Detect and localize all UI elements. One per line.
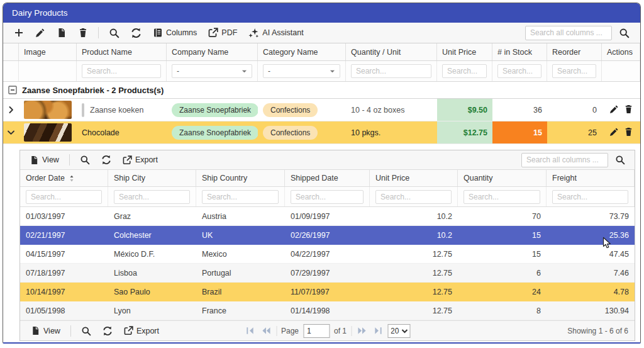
company-filter-value: - — [177, 67, 179, 76]
group-label: Zaanse Snoepfabriek - 2 Products(s) — [22, 86, 164, 95]
search-button[interactable] — [104, 26, 124, 40]
order-row[interactable]: 01/05/1998 Lyon France 01/14/1998 12.75 … — [20, 301, 635, 320]
quantity-filter-input[interactable] — [464, 190, 540, 204]
refresh-button[interactable] — [126, 26, 146, 40]
next-page-button[interactable] — [356, 326, 368, 335]
reorder-filter-input[interactable] — [552, 64, 596, 78]
collapse-row-icon[interactable] — [7, 128, 15, 137]
cell-order-date: 10/14/1997 — [20, 283, 108, 301]
row-delete-button[interactable] — [621, 103, 636, 117]
ship-city-filter-input[interactable] — [114, 190, 190, 204]
header-product-name[interactable]: Product Name — [77, 43, 167, 60]
header-quantity-unit[interactable]: Quantity / Unit — [346, 43, 437, 60]
group-row[interactable]: Zaanse Snoepfabriek - 2 Products(s) — [3, 82, 640, 99]
category-filter-select[interactable]: - — [263, 64, 340, 78]
row-delete-button[interactable] — [621, 126, 636, 140]
header-freight[interactable]: Freight — [547, 170, 635, 186]
header-category-name[interactable]: Category Name — [258, 43, 346, 60]
footer-refresh-button[interactable] — [98, 324, 117, 338]
window-titlebar: Dairy Products — [3, 3, 640, 23]
toolbar-divider — [98, 27, 99, 38]
ship-country-filter-input[interactable] — [202, 190, 279, 204]
first-page-button[interactable] — [245, 326, 255, 335]
order-date-filter-input[interactable] — [26, 190, 102, 204]
filter-stock-cell — [492, 61, 547, 81]
product-row[interactable]: Zaanse koeken Zaanse Snoepfabriek Confec… — [3, 99, 640, 121]
product-filter-input[interactable] — [82, 64, 161, 78]
page-size-select[interactable]: 20 — [387, 324, 410, 338]
category-pill: Confections — [263, 126, 318, 140]
edit-button[interactable] — [31, 26, 50, 40]
cell-order-date: 01/05/1998 — [20, 301, 108, 320]
unit-price-filter-input[interactable] — [375, 190, 452, 204]
header-shipped-date[interactable]: Shipped Date — [285, 170, 370, 186]
header-reorder[interactable]: Reorder — [547, 43, 602, 60]
cell-quantity: 70 — [458, 207, 547, 225]
search-icon — [81, 326, 91, 336]
cell-freight: 7.46 — [547, 264, 635, 282]
page-of-label: of 1 — [334, 327, 347, 335]
header-ship-city[interactable]: Ship City — [108, 170, 196, 186]
detail-search-button[interactable] — [75, 153, 94, 167]
order-row[interactable]: 04/15/1997 México D.F. Mexico 04/22/1997… — [20, 245, 635, 264]
unit-price-cell: $12.75 — [437, 121, 492, 143]
search-icon — [615, 155, 625, 165]
cell-unit-price: 12.75 — [370, 245, 458, 263]
unit-price-filter-input[interactable] — [442, 64, 487, 78]
delete-button[interactable] — [74, 26, 92, 40]
header-in-stock[interactable]: # in Stock — [492, 43, 547, 60]
expand-row-icon[interactable] — [7, 106, 15, 114]
detail-search-go-button[interactable] — [611, 153, 630, 167]
columns-button[interactable]: Columns — [148, 26, 201, 40]
order-row-selected[interactable]: 02/21/1997 Colchester UK 02/26/1997 10.2… — [20, 226, 635, 245]
row-edit-button[interactable] — [607, 126, 621, 140]
pdf-button[interactable]: PDF — [204, 26, 242, 40]
order-row[interactable]: 01/03/1997 Graz Austria 01/09/1997 10.2 … — [20, 207, 635, 226]
page-number-input[interactable] — [303, 324, 330, 338]
first-page-icon — [245, 326, 255, 335]
document-icon — [30, 155, 39, 165]
product-row-selected[interactable]: Chocolade Zaanse Snoepfabriek Confection… — [3, 121, 640, 144]
image-cell — [19, 121, 77, 143]
header-image[interactable]: Image — [19, 43, 77, 60]
in-stock-cell: 36 — [492, 99, 547, 121]
row-edit-button[interactable] — [607, 103, 621, 117]
prev-page-button[interactable] — [260, 326, 272, 335]
product-name: Chocolade — [82, 128, 119, 137]
cell-unit-price: 12.75 — [370, 301, 458, 320]
header-quantity[interactable]: Quantity — [458, 170, 547, 186]
quantity-filter-input[interactable] — [351, 64, 431, 78]
grid-filter-row: - - — [3, 61, 640, 82]
header-unit-price[interactable]: Unit Price — [370, 170, 458, 186]
header-company-name[interactable]: Company Name — [167, 43, 258, 60]
detail-filter-row — [20, 187, 635, 207]
search-all-input[interactable] — [525, 26, 612, 40]
company-filter-select[interactable]: - — [172, 64, 252, 78]
header-unit-price[interactable]: Unit Price — [437, 43, 492, 60]
header-ship-country[interactable]: Ship Country — [196, 170, 285, 186]
add-button[interactable] — [9, 26, 28, 40]
cell-freight: 73.79 — [547, 207, 635, 225]
copy-button[interactable] — [52, 26, 71, 40]
in-stock-filter-input[interactable] — [497, 64, 541, 78]
order-row[interactable]: 07/18/1997 Lisboa Portugal 07/29/1997 12… — [20, 264, 635, 283]
view-button[interactable]: View — [25, 154, 64, 167]
collapse-group-icon[interactable] — [8, 86, 17, 94]
cell-quantity: 15 — [458, 245, 547, 263]
row-drag-handle[interactable] — [82, 103, 84, 117]
export-button[interactable]: Export — [119, 324, 164, 337]
grid-window: Dairy Products Columns PDF — [3, 3, 641, 344]
view-button[interactable]: View — [26, 324, 65, 337]
order-row-highlighted[interactable]: 10/14/1997 Sao Paulo Brazil 11/07/1997 1… — [20, 283, 635, 301]
footer-search-button[interactable] — [77, 324, 96, 338]
search-go-button[interactable] — [614, 26, 634, 40]
last-page-button[interactable] — [372, 326, 383, 335]
cell-ship-city: Lisboa — [108, 264, 196, 282]
detail-search-all-input[interactable] — [521, 153, 608, 167]
export-button[interactable]: Export — [118, 154, 162, 167]
freight-filter-input[interactable] — [552, 190, 628, 204]
detail-refresh-button[interactable] — [97, 153, 116, 167]
header-order-date[interactable]: Order Date — [20, 170, 108, 186]
ai-assistant-button[interactable]: AI Assistant — [244, 26, 308, 40]
shipped-date-filter-input[interactable] — [291, 190, 364, 204]
